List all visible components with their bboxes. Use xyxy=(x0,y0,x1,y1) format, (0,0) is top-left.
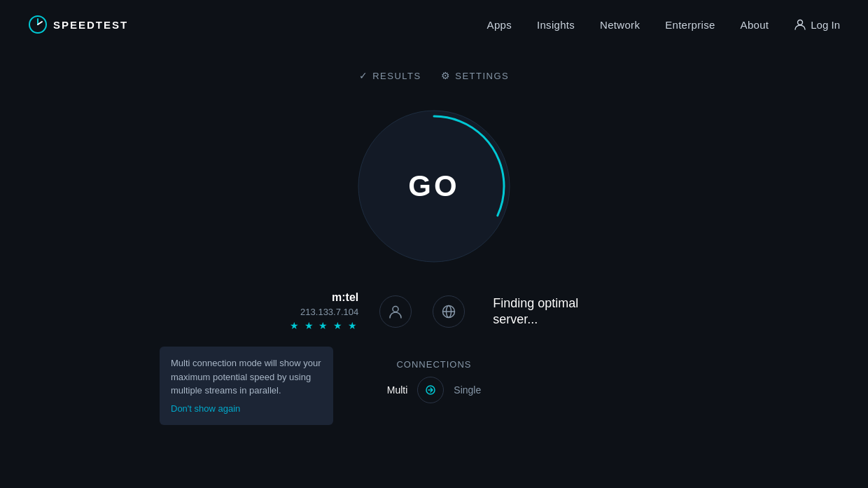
connections-toggle: Multi Single xyxy=(387,377,481,403)
multi-label: Multi xyxy=(387,384,408,396)
tooltip-box: Multi connection mode will show your max… xyxy=(160,347,333,425)
tab-settings-label: SETTINGS xyxy=(455,71,509,81)
isp-ip: 213.133.7.104 xyxy=(300,307,358,317)
server-text: server... xyxy=(493,312,578,327)
nav-network[interactable]: Network xyxy=(600,19,640,31)
toggle-icon xyxy=(424,383,438,397)
isp-rating: ★ ★ ★ ★ ★ xyxy=(290,320,359,331)
isp-section: m:tel 213.133.7.104 ★ ★ ★ ★ ★ xyxy=(290,291,359,331)
tab-results-label: RESULTS xyxy=(372,71,421,81)
nav-about[interactable]: About xyxy=(741,19,769,31)
globe-icon xyxy=(441,304,456,319)
dont-show-link[interactable]: Don't show again xyxy=(171,402,322,416)
tab-results[interactable]: ✓ RESULTS xyxy=(359,70,421,81)
info-row: m:tel 213.133.7.104 ★ ★ ★ ★ ★ Finding op… xyxy=(290,291,579,331)
connections-label: Connections xyxy=(396,359,471,370)
server-finding: Finding optimal xyxy=(493,296,578,311)
login-button[interactable]: Log In xyxy=(794,18,840,31)
login-label: Log In xyxy=(811,19,840,31)
toggle-button[interactable] xyxy=(417,377,444,403)
main-content: ✓ RESULTS ⚙ SETTINGS GO m:tel 213.133.7.… xyxy=(0,49,868,403)
server-location-icon[interactable] xyxy=(433,295,465,328)
tooltip-text: Multi connection mode will show your max… xyxy=(171,358,321,396)
go-button[interactable]: GO xyxy=(374,127,493,246)
connections-area: Connections Multi Single xyxy=(387,359,481,403)
results-icon: ✓ xyxy=(359,70,369,81)
profile-icon xyxy=(388,304,403,319)
nav-enterprise[interactable]: Enterprise xyxy=(665,19,715,31)
settings-icon: ⚙ xyxy=(441,70,451,81)
tabs-bar: ✓ RESULTS ⚙ SETTINGS xyxy=(359,70,510,81)
speedtest-logo-icon xyxy=(28,15,48,34)
nav-insights[interactable]: Insights xyxy=(537,19,575,31)
tab-settings[interactable]: ⚙ SETTINGS xyxy=(441,70,510,81)
isp-name: m:tel xyxy=(332,291,358,304)
user-icon xyxy=(794,18,806,31)
user-profile-icon[interactable] xyxy=(379,295,412,328)
svg-point-1 xyxy=(798,20,803,25)
logo-text: SPEEDTEST xyxy=(53,19,128,31)
nav: Apps Insights Network Enterprise About L… xyxy=(487,18,840,31)
go-button-wrapper[interactable]: GO xyxy=(357,109,511,263)
header: SPEEDTEST Apps Insights Network Enterpri… xyxy=(0,0,868,49)
svg-point-4 xyxy=(393,306,398,312)
logo[interactable]: SPEEDTEST xyxy=(28,15,128,34)
server-section: Finding optimal server... xyxy=(493,296,578,327)
single-label: Single xyxy=(454,384,481,396)
nav-apps[interactable]: Apps xyxy=(487,19,512,31)
